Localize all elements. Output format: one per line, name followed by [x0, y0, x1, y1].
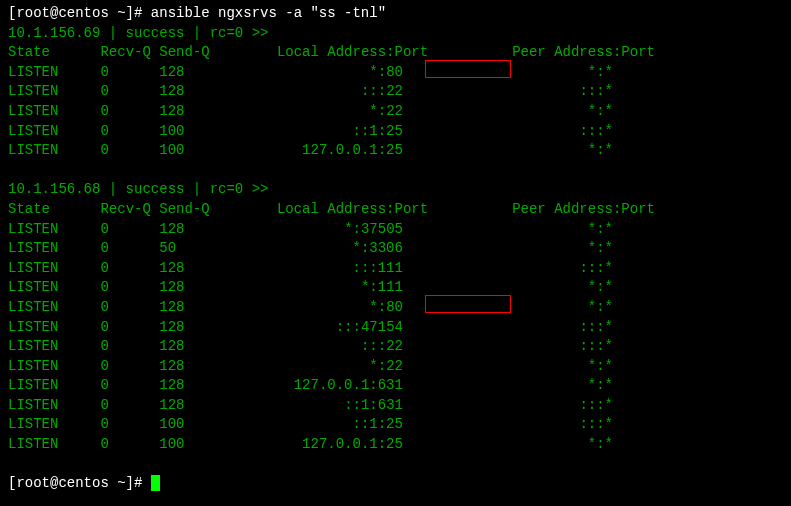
cell-sendq: 100 [159, 123, 184, 139]
cell-local: *:80 [369, 64, 403, 80]
col-peer: Peer Address:Port [512, 44, 655, 60]
cell-sendq: 128 [159, 377, 184, 393]
table-row: LISTEN 0 128 :::111 :::* [8, 259, 783, 279]
cursor-icon [151, 475, 160, 491]
cell-local: *:22 [369, 358, 403, 374]
cell-state: LISTEN [8, 260, 58, 276]
col-local: Local Address:Port [277, 201, 428, 217]
cell-state: LISTEN [8, 377, 58, 393]
cell-local: :::111 [353, 260, 403, 276]
cell-sendq: 128 [159, 279, 184, 295]
cell-peer: :::* [579, 338, 613, 354]
cell-local: :::47154 [336, 319, 403, 335]
cell-state: LISTEN [8, 436, 58, 452]
cell-recvq: 0 [100, 83, 108, 99]
cell-sendq: 128 [159, 83, 184, 99]
cell-state: LISTEN [8, 64, 58, 80]
cell-local: *:22 [369, 103, 403, 119]
host1-columns: State Recv-Q Send-Q Local Address:Port P… [8, 43, 783, 63]
cell-state: LISTEN [8, 240, 58, 256]
cell-peer: *:* [588, 377, 613, 393]
cell-recvq: 0 [100, 221, 108, 237]
cell-sendq: 128 [159, 64, 184, 80]
cell-state: LISTEN [8, 221, 58, 237]
cell-recvq: 0 [100, 103, 108, 119]
cell-recvq: 0 [100, 319, 108, 335]
highlight-box-icon [425, 295, 511, 313]
table-row: LISTEN 0 128 :::47154 :::* [8, 318, 783, 338]
cell-state: LISTEN [8, 279, 58, 295]
cell-sendq: 128 [159, 338, 184, 354]
cell-local: *:80 [369, 299, 403, 315]
cell-state: LISTEN [8, 397, 58, 413]
host2-header: 10.1.156.68 | success | rc=0 >> [8, 180, 783, 200]
cell-sendq: 128 [159, 358, 184, 374]
cell-local: ::1:25 [353, 123, 403, 139]
cell-sendq: 128 [159, 260, 184, 276]
cell-recvq: 0 [100, 397, 108, 413]
cell-peer: :::* [579, 397, 613, 413]
table-row: LISTEN 0 100 ::1:25 :::* [8, 415, 783, 435]
cell-peer: *:* [588, 240, 613, 256]
cell-state: LISTEN [8, 338, 58, 354]
cell-local: ::1:631 [344, 397, 403, 413]
table-row: LISTEN 0 128 127.0.0.1:631 *:* [8, 376, 783, 396]
cell-peer: *:* [588, 64, 613, 80]
cell-state: LISTEN [8, 103, 58, 119]
table-row: LISTEN 0 128 ::1:631 :::* [8, 396, 783, 416]
cell-local: :::22 [361, 83, 403, 99]
cell-recvq: 0 [100, 260, 108, 276]
col-peer: Peer Address:Port [512, 201, 655, 217]
cell-sendq: 50 [159, 240, 176, 256]
cell-sendq: 100 [159, 436, 184, 452]
table-row: LISTEN 0 128 *:37505 *:* [8, 220, 783, 240]
col-sendq: Send-Q [159, 44, 209, 60]
cell-sendq: 128 [159, 299, 184, 315]
command-prompt-idle[interactable]: [root@centos ~]# [8, 474, 783, 494]
cell-recvq: 0 [100, 123, 108, 139]
highlight-box-icon [425, 60, 511, 78]
col-recvq: Recv-Q [100, 201, 150, 217]
cell-recvq: 0 [100, 142, 108, 158]
cell-recvq: 0 [100, 279, 108, 295]
table-row: LISTEN 0 128 :::22 :::* [8, 337, 783, 357]
table-row: LISTEN 0 100 127.0.0.1:25 *:* [8, 141, 783, 161]
cell-local: 127.0.0.1:25 [302, 436, 403, 452]
cell-sendq: 128 [159, 397, 184, 413]
cell-sendq: 128 [159, 221, 184, 237]
table-row: LISTEN 0 128 *:22 *:* [8, 357, 783, 377]
host2-columns: State Recv-Q Send-Q Local Address:Port P… [8, 200, 783, 220]
cell-recvq: 0 [100, 64, 108, 80]
cell-sendq: 128 [159, 319, 184, 335]
cell-state: LISTEN [8, 319, 58, 335]
table-row: LISTEN 0 50 *:3306 *:* [8, 239, 783, 259]
cell-local: *:3306 [353, 240, 403, 256]
blank-line [8, 161, 783, 181]
cell-peer: :::* [579, 83, 613, 99]
cell-peer: :::* [579, 416, 613, 432]
cell-recvq: 0 [100, 436, 108, 452]
cell-peer: *:* [588, 279, 613, 295]
cell-state: LISTEN [8, 142, 58, 158]
cell-recvq: 0 [100, 240, 108, 256]
col-recvq: Recv-Q [100, 44, 150, 60]
cell-sendq: 128 [159, 103, 184, 119]
cell-peer: :::* [579, 260, 613, 276]
col-state: State [8, 201, 50, 217]
cell-sendq: 100 [159, 142, 184, 158]
cell-state: LISTEN [8, 123, 58, 139]
table-row: LISTEN 0 128 *:80 *:* [8, 298, 783, 318]
cell-peer: :::* [579, 319, 613, 335]
cell-local: *:37505 [344, 221, 403, 237]
blank-line [8, 455, 783, 475]
cell-recvq: 0 [100, 358, 108, 374]
cell-sendq: 100 [159, 416, 184, 432]
cell-peer: *:* [588, 142, 613, 158]
col-state: State [8, 44, 50, 60]
table-row: LISTEN 0 128 *:22 *:* [8, 102, 783, 122]
table-row: LISTEN 0 100 ::1:25 :::* [8, 122, 783, 142]
cell-state: LISTEN [8, 299, 58, 315]
col-local: Local Address:Port [277, 44, 428, 60]
cell-peer: *:* [588, 436, 613, 452]
cell-state: LISTEN [8, 358, 58, 374]
